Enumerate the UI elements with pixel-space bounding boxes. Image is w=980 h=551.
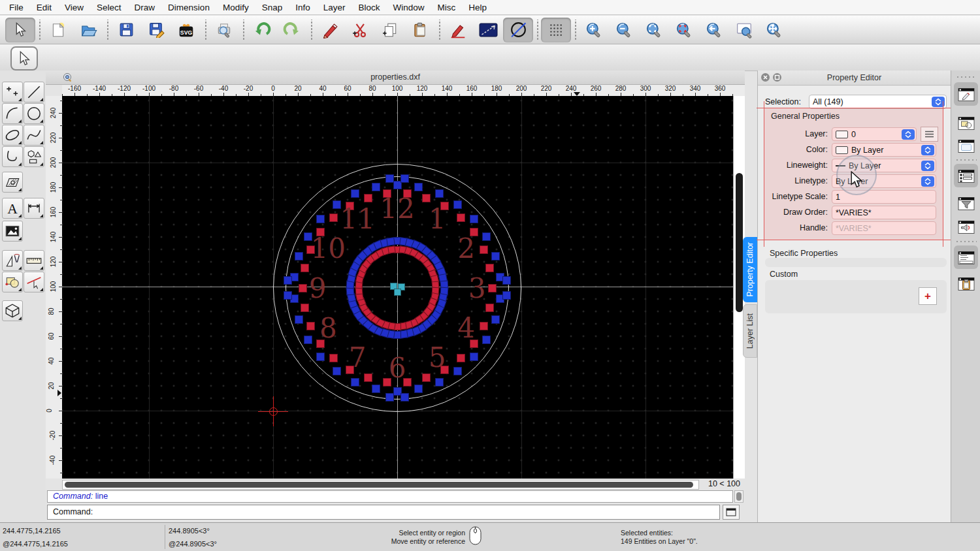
save-file-button[interactable]: [111, 18, 141, 42]
color-field[interactable]: By Layer: [832, 143, 936, 157]
zoom-window-button[interactable]: [729, 18, 759, 42]
polyline-tool-button[interactable]: [2, 146, 23, 167]
draw-freehand-button[interactable]: [443, 18, 473, 42]
menu-item-snap[interactable]: Snap: [255, 0, 289, 15]
zoom-auto-button[interactable]: [639, 18, 669, 42]
clipboard-window-toggle-button[interactable]: [954, 272, 978, 295]
command-window-toggle-button[interactable]: [723, 505, 740, 520]
draw-order-field[interactable]: *VARIES*: [832, 206, 936, 219]
menu-item-window[interactable]: Window: [387, 0, 431, 15]
horizontal-scroll-thumb[interactable]: [65, 482, 693, 488]
menu-item-view[interactable]: View: [58, 0, 90, 15]
combo-stepper[interactable]: [921, 161, 934, 171]
selection-box-button[interactable]: [473, 18, 503, 42]
hatch-tool-button[interactable]: [2, 172, 23, 193]
ellipse-tool-button[interactable]: [2, 125, 23, 146]
arc-tool-button[interactable]: [2, 103, 23, 124]
line-tool-button[interactable]: [24, 82, 44, 102]
clock-square: [502, 276, 511, 285]
new-file-button[interactable]: [43, 18, 73, 42]
zoom-out-button[interactable]: [609, 18, 639, 42]
image-tool-button[interactable]: [2, 221, 23, 242]
mouse-icon: [469, 526, 482, 546]
command-window-toggle-button[interactable]: [954, 245, 978, 269]
shapes-window-toggle-button[interactable]: [954, 111, 978, 134]
menu-item-edit[interactable]: Edit: [30, 0, 58, 15]
print-preview-button[interactable]: [209, 18, 239, 42]
combo-stepper[interactable]: [921, 176, 934, 187]
menu-item-info[interactable]: Info: [289, 0, 317, 15]
menu-item-layer[interactable]: Layer: [317, 0, 352, 15]
command-input[interactable]: Command:: [47, 505, 720, 520]
select-tool-button[interactable]: [5, 18, 35, 42]
redo-button[interactable]: [277, 18, 307, 42]
pro-tools-tool-button[interactable]: [2, 250, 23, 271]
paste-icon: [412, 22, 429, 39]
block-tool-button[interactable]: [2, 272, 23, 292]
filter-window-toggle-button[interactable]: [954, 191, 978, 215]
menu-item-misc[interactable]: Misc: [431, 0, 463, 15]
tab-property-editor[interactable]: Property Editor: [743, 237, 757, 302]
circle-mode-button[interactable]: [503, 18, 533, 42]
cut-button[interactable]: [345, 18, 375, 42]
selection-combo[interactable]: All (149): [809, 95, 947, 109]
drawing-canvas[interactable]: 121234567891011: [62, 96, 733, 479]
menu-item-select[interactable]: Select: [90, 0, 128, 15]
list-window-toggle-button[interactable]: [954, 164, 978, 187]
menu-item-dimension[interactable]: Dimension: [161, 0, 216, 15]
ruler-label: 100: [392, 85, 403, 92]
zoom-in-button[interactable]: [579, 18, 609, 42]
undo-button[interactable]: [247, 18, 277, 42]
menu-item-file[interactable]: File: [3, 0, 30, 15]
menu-item-help[interactable]: Help: [462, 0, 493, 15]
draw-window-toggle-button[interactable]: [954, 82, 978, 106]
active-select-tool-button[interactable]: [10, 46, 38, 71]
cube-tool-button[interactable]: [2, 300, 23, 321]
toolbar-separator: [239, 20, 247, 40]
vertical-scroll-thumb[interactable]: [736, 173, 743, 312]
svg-export-button[interactable]: SVG: [171, 18, 201, 42]
command-history-scroll-thumb[interactable]: [736, 492, 742, 501]
open-file-button[interactable]: [73, 18, 103, 42]
combo-stepper[interactable]: [902, 129, 915, 140]
ruler-label: -40: [49, 456, 56, 465]
handle-field[interactable]: *VARIES*: [832, 221, 936, 235]
clock-square: [502, 291, 511, 300]
blank-window-toggle-button[interactable]: [954, 134, 978, 157]
menu-item-modify[interactable]: Modify: [216, 0, 255, 15]
menu-item-block[interactable]: Block: [352, 0, 387, 15]
text-tool-button[interactable]: A: [2, 198, 23, 219]
tab-layer-list[interactable]: Layer List: [743, 304, 757, 358]
menu-item-draw[interactable]: Draw: [128, 0, 162, 15]
ruler-label: 40: [48, 357, 55, 364]
zoom-previous-button[interactable]: [699, 18, 729, 42]
svg-text:A: A: [7, 201, 18, 217]
combo-stepper[interactable]: [921, 145, 934, 155]
copy-button[interactable]: [375, 18, 405, 42]
ruler-label: 80: [48, 307, 55, 315]
speaker-window-toggle-button[interactable]: [954, 215, 978, 238]
paste-button[interactable]: [405, 18, 435, 42]
points-tool-button[interactable]: [2, 82, 23, 102]
clock-square: [491, 315, 500, 324]
modify-attributes-tool-button[interactable]: [24, 272, 44, 292]
shapes-tool-button[interactable]: [24, 146, 44, 167]
layer-field[interactable]: 0: [832, 127, 917, 141]
strip-separator: [955, 240, 977, 243]
measure-tool-button[interactable]: [24, 250, 44, 271]
ruler-label: 220: [50, 133, 57, 144]
save-as-button[interactable]: [141, 18, 171, 42]
circle-tool-button[interactable]: [24, 103, 44, 124]
grid-toggle-button[interactable]: [541, 18, 571, 42]
zoom-selection-button[interactable]: [669, 18, 699, 42]
command-history-scrollbar[interactable]: [734, 490, 743, 503]
layer-menu-button[interactable]: [921, 127, 938, 142]
zoom-pan-button[interactable]: [759, 18, 789, 42]
spline-tool-button[interactable]: [24, 125, 44, 146]
erase-button[interactable]: [315, 18, 345, 42]
canvas-horizontal-scrollbar[interactable]: [62, 480, 699, 490]
ruler-label: 0: [46, 409, 53, 413]
document-titlebar[interactable]: properties.dxf: [46, 71, 745, 85]
dimension-tool-button[interactable]: [24, 198, 44, 219]
add-custom-property-button[interactable]: +: [919, 287, 937, 305]
